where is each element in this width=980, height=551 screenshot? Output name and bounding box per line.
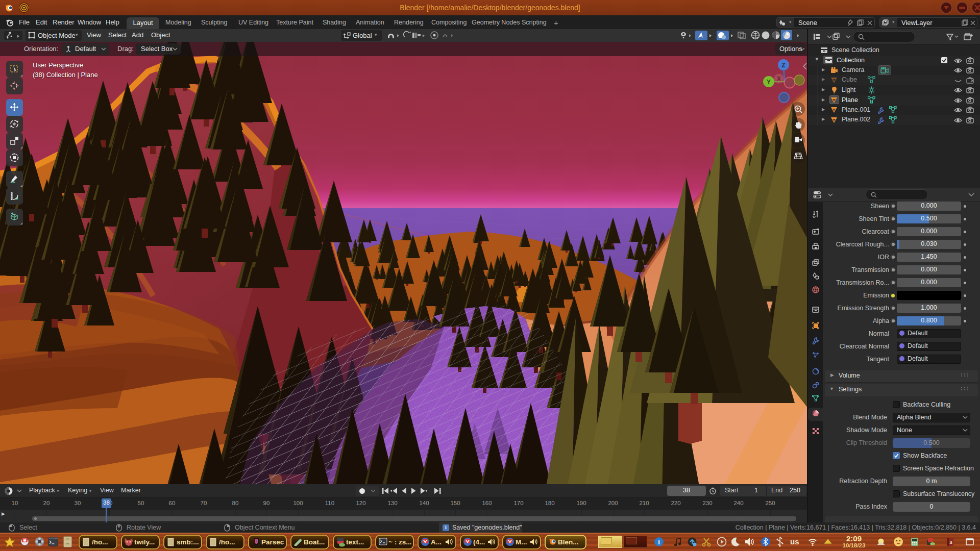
svg-text:Y: Y <box>767 79 771 86</box>
svg-text:X: X <box>777 76 781 82</box>
svg-text:Z: Z <box>781 62 785 69</box>
svg-text:i: i <box>658 538 660 546</box>
svg-text:a: a <box>949 539 952 545</box>
